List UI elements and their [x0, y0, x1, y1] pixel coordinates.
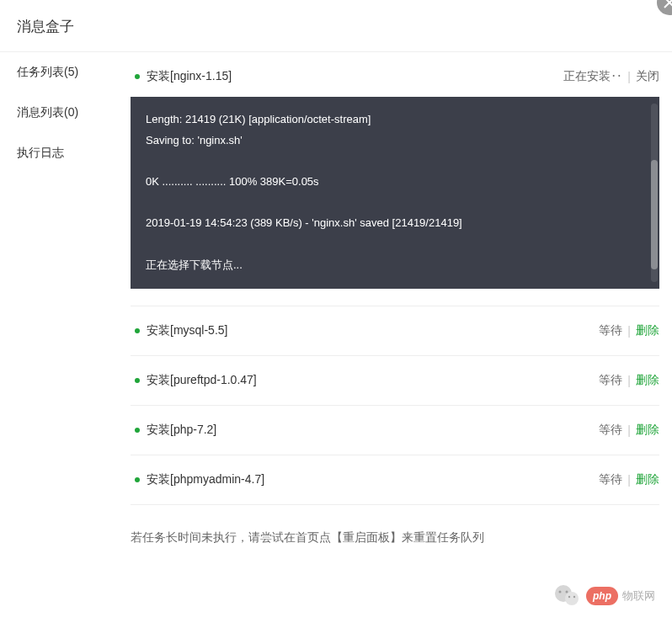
terminal-line — [146, 151, 644, 172]
status-bullet-icon — [135, 74, 140, 79]
divider: | — [627, 423, 631, 437]
task-row: 安装[nginx-1.15] 正在安装‥ | 关闭 Length: 21419 … — [131, 52, 659, 306]
task-header: 安装[php-7.2] 等待 | 删除 — [131, 423, 659, 438]
sidebar: 任务列表(5) 消息列表(0) 执行日志 — [0, 52, 131, 628]
scrollbar-thumb[interactable] — [651, 160, 658, 269]
task-status: 等待 — [599, 373, 622, 388]
wechat-icon — [552, 581, 582, 611]
task-header: 安装[pureftpd-1.0.47] 等待 | 删除 — [131, 373, 659, 388]
php-badge: php — [586, 587, 618, 605]
task-title-wrap: 安装[mysql-5.5] — [135, 323, 227, 338]
svg-point-1 — [565, 592, 579, 605]
terminal-line: 0K .......... .......... 100% 389K=0.05s — [146, 172, 644, 193]
terminal-line: 2019-01-19 14:54:23 (389 KB/s) - 'nginx.… — [146, 213, 644, 234]
terminal-scrollbar[interactable] — [651, 104, 658, 282]
watermark-text: 物联网 — [622, 588, 655, 604]
task-title: 安装[pureftpd-1.0.47] — [147, 373, 257, 388]
svg-point-2 — [559, 591, 562, 593]
divider: | — [627, 324, 631, 338]
svg-point-4 — [568, 596, 570, 598]
terminal-line: 正在选择下载节点... — [146, 255, 644, 276]
sidebar-item-label: 任务列表(5) — [17, 65, 78, 78]
terminal-line — [146, 234, 644, 255]
task-title-wrap: 安装[phpmyadmin-4.7] — [135, 472, 264, 487]
watermark: php 物联网 — [552, 581, 655, 611]
sidebar-item-tasks[interactable]: 任务列表(5) — [0, 52, 131, 93]
main-container: 任务列表(5) 消息列表(0) 执行日志 安装[nginx-1.15] 正在安装… — [0, 52, 672, 628]
task-title: 安装[nginx-1.15] — [147, 69, 232, 84]
task-header: 安装[nginx-1.15] 正在安装‥ | 关闭 — [131, 69, 659, 84]
task-title: 安装[php-7.2] — [147, 423, 216, 438]
terminal-line: Saving to: 'nginx.sh' — [146, 130, 644, 152]
sidebar-item-logs[interactable]: 执行日志 — [0, 133, 131, 173]
close-task-link[interactable]: 关闭 — [636, 69, 659, 84]
divider: | — [627, 70, 631, 83]
status-bullet-icon — [135, 428, 140, 433]
task-status: 等待 — [599, 323, 622, 338]
dialog-title: 消息盒子 — [0, 0, 672, 52]
svg-point-5 — [573, 596, 575, 598]
terminal-line — [146, 193, 644, 214]
task-title-wrap: 安装[nginx-1.15] — [135, 69, 232, 84]
divider: | — [627, 374, 631, 387]
task-title-wrap: 安装[pureftpd-1.0.47] — [135, 373, 257, 388]
terminal-output: Length: 21419 (21K) [application/octet-s… — [131, 97, 659, 289]
task-status: 正在安装‥ — [563, 69, 622, 84]
delete-task-link[interactable]: 删除 — [636, 323, 659, 338]
task-title: 安装[phpmyadmin-4.7] — [147, 472, 264, 487]
status-bullet-icon — [135, 378, 140, 383]
status-bullet-icon — [135, 328, 140, 333]
close-icon — [664, 0, 672, 8]
footer-hint: 若任务长时间未执行，请尝试在首页点【重启面板】来重置任务队列 — [131, 505, 659, 562]
sidebar-item-messages[interactable]: 消息列表(0) — [0, 93, 131, 133]
terminal-line: Length: 21419 (21K) [application/octet-s… — [146, 109, 644, 130]
delete-task-link[interactable]: 删除 — [636, 423, 659, 438]
task-row: 安装[phpmyadmin-4.7] 等待 | 删除 — [131, 455, 659, 505]
task-title-wrap: 安装[php-7.2] — [135, 423, 216, 438]
task-row: 安装[php-7.2] 等待 | 删除 — [131, 406, 659, 455]
task-actions: 等待 | 删除 — [599, 423, 659, 438]
divider: | — [627, 473, 631, 487]
task-status: 等待 — [599, 472, 622, 487]
status-bullet-icon — [135, 477, 140, 482]
content-area: 安装[nginx-1.15] 正在安装‥ | 关闭 Length: 21419 … — [131, 52, 672, 628]
delete-task-link[interactable]: 删除 — [636, 373, 659, 388]
delete-task-link[interactable]: 删除 — [636, 472, 659, 487]
task-status: 等待 — [599, 423, 622, 438]
sidebar-item-label: 执行日志 — [17, 146, 64, 159]
sidebar-item-label: 消息列表(0) — [17, 105, 78, 119]
task-actions: 等待 | 删除 — [599, 373, 659, 388]
task-header: 安装[phpmyadmin-4.7] 等待 | 删除 — [131, 472, 659, 487]
task-title: 安装[mysql-5.5] — [147, 323, 227, 338]
task-actions: 等待 | 删除 — [599, 472, 659, 487]
task-actions: 等待 | 删除 — [599, 323, 659, 338]
task-row: 安装[pureftpd-1.0.47] 等待 | 删除 — [131, 356, 659, 406]
task-header: 安装[mysql-5.5] 等待 | 删除 — [131, 323, 659, 338]
svg-point-3 — [566, 591, 568, 593]
task-actions: 正在安装‥ | 关闭 — [563, 69, 659, 84]
task-row: 安装[mysql-5.5] 等待 | 删除 — [131, 306, 659, 356]
